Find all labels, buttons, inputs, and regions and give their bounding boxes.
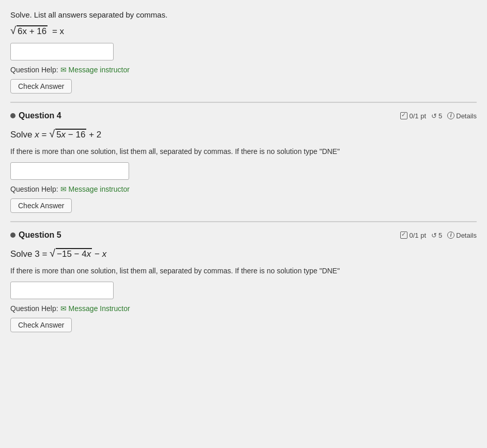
question4-info-icon: i (447, 112, 454, 119)
question4-meta: 0/1 pt ↺ 5 i Details (400, 112, 477, 120)
question5-section: Question 5 0/1 pt ↺ 5 i Details Solve 3 … (10, 221, 477, 341)
question4-check-answer-button[interactable]: Check Answer (10, 198, 72, 213)
question5-info-icon: i (447, 231, 454, 239)
question5-answer-input[interactable] (10, 282, 114, 299)
question5-points-container: 0/1 pt (400, 231, 426, 239)
question5-retries-container: ↺ 5 (431, 231, 442, 239)
question4-lhs: Solve (10, 130, 35, 140)
top-answer-input[interactable] (10, 43, 114, 60)
question5-points: 0/1 pt (409, 231, 426, 239)
question4-sqrt-symbol: √ (49, 128, 55, 140)
question5-message-instructor-label: Message Instructor (69, 304, 130, 313)
question4-message-instructor-label: Message instructor (69, 185, 130, 193)
question4-title-container: Question 4 (10, 111, 61, 120)
question4-eq: = (41, 130, 49, 140)
question4-section: Question 4 0/1 pt ↺ 5 i Details Solve x (10, 103, 477, 221)
top-equation-rhs: = x (52, 26, 64, 36)
question4-details-container[interactable]: i Details (447, 112, 477, 120)
question4-header: Question 4 0/1 pt ↺ 5 i Details (10, 111, 477, 120)
question4-equation: Solve x = √5x − 16 + 2 (10, 126, 477, 142)
top-question-help-label: Question Help: (10, 66, 58, 74)
question5-message-instructor-link[interactable]: ✉ Message Instructor (60, 304, 130, 313)
question5-details-label: Details (456, 231, 477, 239)
question5-meta: 0/1 pt ↺ 5 i Details (400, 231, 477, 239)
question5-sqrt-content: −15 − 4x (56, 248, 92, 259)
question4-bullet (10, 113, 15, 118)
question5-title: Question 5 (19, 230, 61, 240)
question5-sqrt-symbol: √ (50, 248, 55, 259)
top-question-help: Question Help: ✉ Message instructor (10, 66, 477, 74)
question5-instruction: If there is more than one solution, list… (10, 266, 477, 276)
question5-bullet (10, 233, 15, 238)
top-mail-icon: ✉ (60, 66, 67, 74)
question4-title: Question 4 (19, 111, 61, 120)
question5-question-help: Question Help: ✉ Message Instructor (10, 304, 477, 313)
question5-refresh-icon: ↺ (431, 231, 437, 239)
question4-points-container: 0/1 pt (400, 112, 426, 120)
top-section: Solve. List all answers separated by com… (10, 5, 477, 103)
top-sqrt-content: 6x + 16 (17, 25, 48, 36)
question4-points: 0/1 pt (409, 112, 426, 120)
top-message-instructor-label: Message instructor (69, 66, 130, 74)
question5-retries: 5 (438, 231, 442, 239)
question4-help-label: Question Help: (10, 185, 58, 193)
question5-help-label: Question Help: (10, 304, 58, 313)
top-equation: √6x + 16 = x (10, 22, 477, 39)
question4-details-label: Details (456, 112, 477, 120)
question5-mail-icon: ✉ (60, 304, 67, 313)
top-sqrt-symbol: √ (10, 25, 16, 36)
question5-header: Question 5 0/1 pt ↺ 5 i Details (10, 230, 477, 240)
top-solve-label: Solve. List all answers separated by com… (10, 10, 477, 19)
question4-mail-icon: ✉ (60, 185, 67, 193)
question5-equation: Solve 3 = √−15 − 4x − x (10, 245, 477, 261)
question4-answer-input[interactable] (10, 162, 129, 180)
question4-rhs: + 2 (89, 130, 101, 140)
page-container: Solve. List all answers separated by com… (0, 0, 487, 351)
question4-sqrt-content: 5x − 16 (55, 129, 86, 140)
question5-rhs: − x (95, 249, 106, 259)
question4-question-help: Question Help: ✉ Message instructor (10, 185, 477, 193)
question5-check-icon (400, 231, 407, 239)
question5-solve: Solve 3 = (10, 249, 50, 259)
question5-details-container[interactable]: i Details (447, 231, 477, 239)
top-check-answer-button[interactable]: Check Answer (10, 79, 72, 94)
question4-check-icon (400, 112, 407, 119)
top-message-instructor-link[interactable]: ✉ Message instructor (60, 66, 130, 74)
question4-retries: 5 (438, 112, 442, 120)
question4-x: x (35, 130, 39, 140)
question4-refresh-icon: ↺ (431, 112, 437, 120)
question5-check-answer-button[interactable]: Check Answer (10, 318, 72, 332)
question4-message-instructor-link[interactable]: ✉ Message instructor (60, 185, 130, 193)
question4-instruction: If there is more than one solution, list… (10, 146, 477, 157)
question5-title-container: Question 5 (10, 230, 61, 240)
question4-retries-container: ↺ 5 (431, 112, 442, 120)
